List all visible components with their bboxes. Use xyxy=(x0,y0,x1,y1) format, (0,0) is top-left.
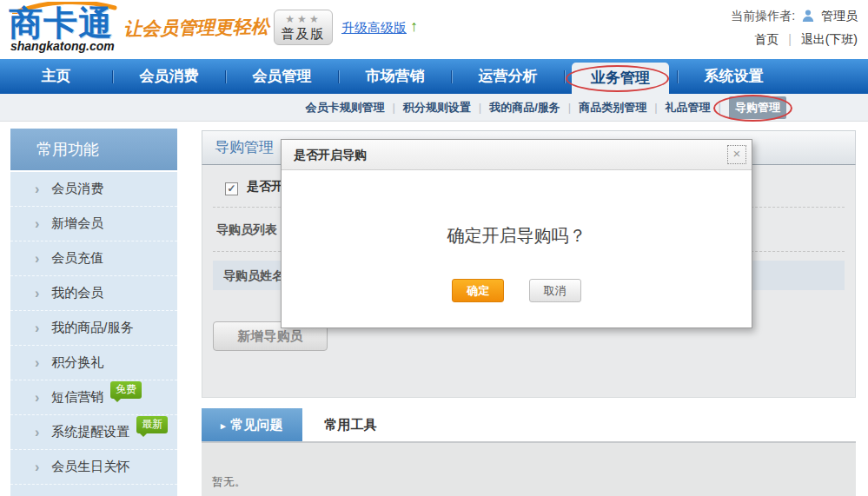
sidebar-item-3[interactable]: ›我的会员 xyxy=(10,276,177,311)
subnav-item-1[interactable]: 积分规则设置 xyxy=(403,100,471,116)
sidebar-item-6[interactable]: ›短信营销免费 xyxy=(10,380,177,415)
sidebar-item-partial xyxy=(10,485,177,496)
sidebar: 常用功能 ›会员消费›新增会员›会员充值›我的会员›我的商品/服务›积分换礼›短… xyxy=(10,129,177,496)
upgrade-link[interactable]: 升级高级版 xyxy=(341,20,407,36)
nav-item-5[interactable]: 业务管理 xyxy=(572,63,669,94)
page: 商卡通 shangkatong.com 让会员管理更轻松 ★★★ 普及版 升级高… xyxy=(0,0,868,496)
sub-nav: 会员卡规则管理|积分规则设置|我的商品/服务|商品类别管理|礼品管理|导购管理 xyxy=(0,94,868,122)
sidebar-item-2[interactable]: ›会员充值 xyxy=(10,241,177,276)
nav-item-6[interactable]: 系统设置 xyxy=(678,59,790,94)
modal-message: 确定开启导购吗？ xyxy=(282,224,752,248)
bottom-section: ▸常见问题常用工具 暂无。 xyxy=(202,408,856,496)
subnav-item-0[interactable]: 会员卡规则管理 xyxy=(305,100,384,116)
chevron-right-icon: › xyxy=(35,286,39,301)
nav-item-1[interactable]: 会员消费 xyxy=(113,59,225,94)
nav-item-3[interactable]: 市场营销 xyxy=(339,59,451,94)
main-nav: 主页会员消费会员管理市场营销运营分析业务管理系统设置 xyxy=(0,59,868,94)
nav-item-2[interactable]: 会员管理 xyxy=(226,59,338,94)
sidebar-item-label: 系统提醒设置 xyxy=(51,424,129,440)
nav-item-4[interactable]: 运营分析 xyxy=(452,59,564,94)
sidebar-item-label: 会员生日关怀 xyxy=(51,459,129,475)
sidebar-item-label: 短信营销 xyxy=(51,389,103,406)
version-badge: ★★★ 普及版 xyxy=(274,10,333,45)
tab-marker-icon: ▸ xyxy=(221,420,226,431)
enable-guide-checkbox[interactable]: ✓ xyxy=(225,182,238,195)
confirm-button[interactable]: 确定 xyxy=(452,279,504,302)
nav-item-0[interactable]: 主页 xyxy=(0,59,112,94)
sidebar-item-label: 积分换礼 xyxy=(51,354,103,371)
subnav-item-3[interactable]: 商品类别管理 xyxy=(579,100,646,116)
subnav-item-4[interactable]: 礼品管理 xyxy=(666,100,711,116)
operator-prefix: 当前操作者: xyxy=(731,9,795,23)
quick-links: 首页 | 退出(下班) xyxy=(754,32,858,48)
chevron-right-icon: › xyxy=(35,321,39,336)
modal-buttons: 确定 取消 xyxy=(282,279,752,302)
sidebar-item-7[interactable]: ›系统提醒设置最新 xyxy=(10,415,177,450)
subnav-separator: | xyxy=(654,101,657,114)
logout-link[interactable]: 退出(下班) xyxy=(801,32,858,46)
operator-name: 管理员 xyxy=(821,9,858,23)
subnav-separator: | xyxy=(392,101,394,114)
stars-icon: ★★★ xyxy=(275,13,332,26)
confirm-guide-modal: 是否开启导购 × 确定开启导购吗？ 确定 取消 xyxy=(281,139,752,328)
chevron-right-icon: › xyxy=(35,355,39,371)
chevron-right-icon: › xyxy=(35,460,39,475)
chevron-right-icon: › xyxy=(35,251,39,267)
version-label: 普及版 xyxy=(275,26,332,42)
sidebar-item-8[interactable]: ›会员生日关怀 xyxy=(10,450,177,485)
brand-slogan: 让会员管理更轻松 xyxy=(123,15,269,42)
badge: 最新 xyxy=(136,416,168,433)
tab-1[interactable]: 常用工具 xyxy=(302,408,400,441)
subnav-separator: | xyxy=(568,101,571,114)
subnav-item-2[interactable]: 我的商品/服务 xyxy=(489,100,560,116)
sidebar-item-5[interactable]: ›积分换礼 xyxy=(10,346,177,380)
close-icon[interactable]: × xyxy=(727,145,746,164)
sidebar-title: 常用功能 xyxy=(10,129,177,170)
user-icon xyxy=(801,9,815,23)
current-operator: 当前操作者: 管理员 xyxy=(731,9,858,24)
modal-title: 是否开启导购 xyxy=(282,140,752,170)
subnav-item-5[interactable]: 导购管理 xyxy=(729,96,786,119)
sidebar-items: ›会员消费›新增会员›会员充值›我的会员›我的商品/服务›积分换礼›短信营销免费… xyxy=(10,170,177,485)
bottom-empty-text: 暂无。 xyxy=(202,443,856,496)
sidebar-item-1[interactable]: ›新增会员 xyxy=(10,207,177,241)
sidebar-item-label: 新增会员 xyxy=(51,215,103,232)
chevron-right-icon: › xyxy=(35,216,39,232)
badge: 免费 xyxy=(110,381,142,399)
sidebar-item-label: 我的会员 xyxy=(51,285,103,301)
sidebar-item-label: 会员充值 xyxy=(51,250,103,267)
bottom-tab-row: ▸常见问题常用工具 xyxy=(202,408,856,441)
sidebar-item-label: 我的商品/服务 xyxy=(51,320,133,336)
chevron-right-icon: › xyxy=(35,425,39,440)
brand-domain: shangkatong.com xyxy=(10,39,115,53)
upgrade-arrow-icon: ↑ xyxy=(410,17,418,36)
sidebar-item-4[interactable]: ›我的商品/服务 xyxy=(10,311,177,346)
tab-0[interactable]: ▸常见问题 xyxy=(202,408,302,441)
quick-links-separator: | xyxy=(788,32,792,46)
cancel-button[interactable]: 取消 xyxy=(529,279,581,302)
sidebar-item-0[interactable]: ›会员消费 xyxy=(10,170,177,207)
chevron-right-icon: › xyxy=(35,390,39,406)
sidebar-item-label: 会员消费 xyxy=(51,181,103,197)
home-link[interactable]: 首页 xyxy=(754,32,779,46)
subnav-separator: | xyxy=(719,101,721,114)
nav-separator xyxy=(564,70,565,83)
chevron-right-icon: › xyxy=(35,182,39,197)
subnav-separator: | xyxy=(479,101,481,114)
